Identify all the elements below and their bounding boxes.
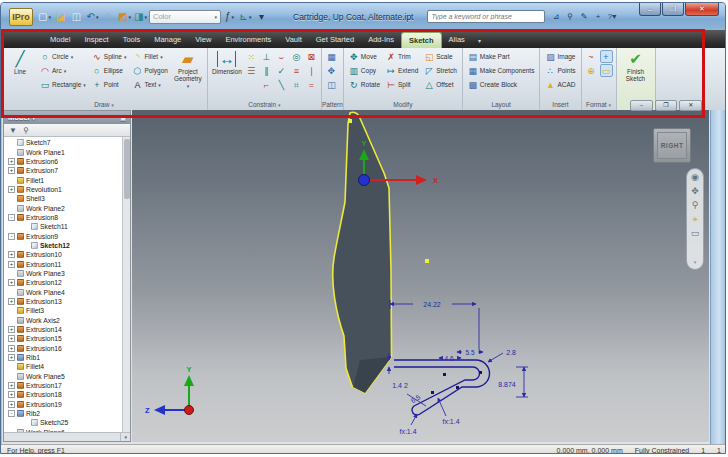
- subscription-icon[interactable]: ⊿: [550, 12, 561, 21]
- open-button[interactable]: ◪: [53, 9, 68, 25]
- create-block-button[interactable]: ▩Create Block: [466, 78, 537, 91]
- dimension-button[interactable]: ↔Dimension: [211, 50, 243, 76]
- tree-item-extrusion6[interactable]: +Extrusion6: [4, 157, 122, 166]
- rotate-button[interactable]: ↻Rotate: [347, 78, 382, 91]
- browser-scrollbar[interactable]: [122, 137, 130, 432]
- expand-toggle-icon[interactable]: +: [8, 251, 15, 258]
- tree-item-rib2[interactable]: -Rib2: [4, 409, 122, 418]
- tab-vault[interactable]: Vault: [278, 32, 309, 48]
- stretch-button[interactable]: ◸Stretch: [422, 64, 459, 77]
- tree-item-extrusion17[interactable]: +Extrusion17: [4, 381, 122, 390]
- undo-button[interactable]: ↶▾: [85, 9, 100, 25]
- constraint-settings-button[interactable]: ☰: [245, 64, 258, 77]
- view-cube-face[interactable]: RIGHT: [657, 132, 687, 159]
- tree-item-sketch25[interactable]: Sketch25: [4, 418, 122, 427]
- tree-item-revolution1[interactable]: +Revolution1: [4, 185, 122, 194]
- make-part-button[interactable]: ▤Make Part: [466, 50, 537, 63]
- doc-close-button[interactable]: ✕: [679, 100, 702, 111]
- tree-item-extrusion16[interactable]: +Extrusion16: [4, 344, 122, 353]
- doc-minimize-button[interactable]: –: [630, 100, 653, 111]
- expand-toggle-icon[interactable]: -: [8, 214, 15, 221]
- centerline-toggle-button[interactable]: ▭: [600, 64, 613, 77]
- tab-sketch[interactable]: Sketch: [401, 32, 442, 48]
- expand-toggle-icon[interactable]: +: [8, 345, 15, 352]
- filter-icon[interactable]: ▼: [9, 126, 17, 135]
- tree-item-fillet4[interactable]: Fillet4: [4, 362, 122, 371]
- driven-dimension-toggle-button[interactable]: ⊕: [585, 64, 598, 77]
- tree-item-work-plane3[interactable]: Work Plane3: [4, 269, 122, 278]
- panel-label-pattern[interactable]: Pattern: [322, 100, 343, 110]
- tree-item-sketch12[interactable]: Sketch12: [4, 241, 122, 250]
- tree-item-work-plane1[interactable]: Work Plane1: [4, 147, 122, 156]
- equal-constraint-button[interactable]: ⌗: [290, 78, 303, 91]
- parameters-button[interactable]: ƒ▾: [222, 9, 237, 25]
- panel-label-format[interactable]: Format ▾: [582, 100, 616, 110]
- tree-item-extrusion10[interactable]: +Extrusion10: [4, 250, 122, 259]
- tree-item-rib1[interactable]: +Rib1: [4, 353, 122, 362]
- close-button[interactable]: ✕: [685, 3, 719, 16]
- tree-item-shell3[interactable]: Shell3: [4, 194, 122, 203]
- tab-manage[interactable]: Manage: [147, 32, 188, 48]
- tree-item-sketch7[interactable]: Sketch7: [4, 138, 122, 147]
- symmetric-constraint-button[interactable]: =: [305, 78, 318, 91]
- tree-item-extrusion14[interactable]: +Extrusion14: [4, 325, 122, 334]
- ellipse-button[interactable]: ○Ellipse: [90, 64, 129, 77]
- scale-button[interactable]: ◱Scale: [422, 50, 459, 63]
- collinear-constraint-button[interactable]: ∣: [305, 64, 318, 77]
- project-geometry-button[interactable]: ▰Project Geometry▾: [172, 50, 204, 89]
- tree-item-extrusion13[interactable]: +Extrusion13: [4, 297, 122, 306]
- expand-toggle-icon[interactable]: +: [8, 279, 15, 286]
- trim-button[interactable]: ✗Trim: [384, 50, 420, 63]
- tree-item-extrusion8[interactable]: -Extrusion8: [4, 213, 122, 222]
- search-icon[interactable]: ⚲: [564, 12, 575, 21]
- text-button[interactable]: AText▾: [130, 78, 170, 91]
- tab-model[interactable]: Model: [43, 32, 77, 48]
- tree-item-extrusion12[interactable]: +Extrusion12: [4, 278, 122, 287]
- pencil-icon[interactable]: ✎: [578, 12, 589, 21]
- expand-toggle-icon[interactable]: -: [8, 233, 15, 240]
- new-file-button[interactable]: ▢▾: [37, 9, 52, 25]
- help-search-input[interactable]: [427, 10, 545, 23]
- perpendicular-constraint-button[interactable]: ⊥: [260, 50, 273, 63]
- view-face-icon[interactable]: ▭: [691, 228, 700, 238]
- tab-alias[interactable]: Alias: [442, 32, 472, 48]
- vertical-constraint-button[interactable]: ╲: [275, 78, 288, 91]
- tree-item-extrusion7[interactable]: +Extrusion7: [4, 166, 122, 175]
- mirror-button[interactable]: ◫: [325, 78, 338, 91]
- view-cube[interactable]: RIGHT: [653, 128, 691, 163]
- expand-toggle-icon[interactable]: +: [8, 391, 15, 398]
- measure-button[interactable]: ⊾▾: [238, 9, 253, 25]
- lock-constraint-button[interactable]: ⊠: [305, 50, 318, 63]
- update-button[interactable]: ◩▾: [117, 9, 132, 25]
- rectangular-pattern-button[interactable]: ▦: [325, 50, 338, 63]
- tree-item-fillet1[interactable]: Fillet1: [4, 175, 122, 184]
- tree-item-work-plane5[interactable]: Work Plane5: [4, 372, 122, 381]
- tab-view[interactable]: View: [188, 32, 218, 48]
- auto-dimension-button[interactable]: ⁙: [245, 50, 258, 63]
- tangent-constraint-button[interactable]: ✓: [275, 64, 288, 77]
- tree-item-sketch11[interactable]: Sketch11: [4, 222, 122, 231]
- tab-environments[interactable]: Environments: [218, 32, 278, 48]
- tab-inspect[interactable]: Inspect: [77, 32, 115, 48]
- tree-item-extrusion11[interactable]: +Extrusion11: [4, 259, 122, 268]
- tree-item-fillet3[interactable]: Fillet3: [4, 306, 122, 315]
- navbar-expand-icon[interactable]: ▾: [694, 257, 697, 267]
- concentric-constraint-button[interactable]: ◎: [290, 50, 303, 63]
- browser-header[interactable]: Model ▾ ▣: [4, 111, 130, 124]
- look-at-icon[interactable]: ⌖: [692, 214, 697, 224]
- dimension-labels[interactable]: 24.22 5.5 4.6 2.8 8.874 1.4 2 6.5 fx:1.4…: [392, 301, 516, 435]
- tree-item-extrusion19[interactable]: +Extrusion19: [4, 400, 122, 409]
- expand-toggle-icon[interactable]: +: [8, 335, 15, 342]
- expand-toggle-icon[interactable]: +: [8, 298, 15, 305]
- horizontal-constraint-button[interactable]: ⌐: [260, 78, 273, 91]
- points-button[interactable]: ∴Points: [543, 64, 577, 77]
- arc-button[interactable]: ◠Arc▾: [38, 64, 88, 77]
- panel-label-insert[interactable]: Insert: [540, 100, 580, 110]
- color-combo[interactable]: Color▾: [149, 10, 221, 24]
- extend-button[interactable]: ↦Extend: [384, 64, 420, 77]
- panel-label-draw[interactable]: Draw ▾: [1, 100, 207, 110]
- expand-toggle-icon[interactable]: +: [8, 382, 15, 389]
- fillet-button[interactable]: ◝Fillet▾: [130, 50, 170, 63]
- qat-customize-button[interactable]: ▾: [254, 9, 269, 25]
- spline-button[interactable]: ∿Spline▾: [90, 50, 129, 63]
